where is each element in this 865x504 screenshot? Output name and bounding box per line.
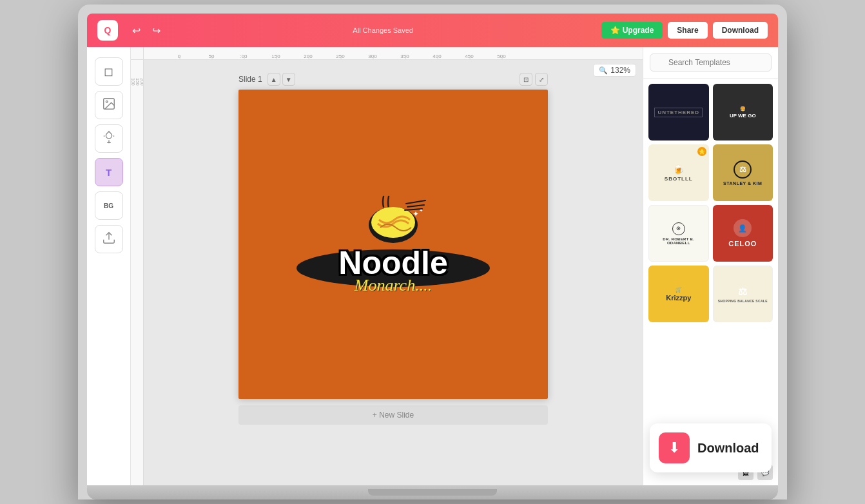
template-card-inner: 🍔 UP WE GO bbox=[713, 84, 773, 141]
text-icon: T bbox=[106, 167, 112, 178]
slide-nav: ▲ ▼ bbox=[267, 73, 295, 86]
ruler-left: 100 150 200 250 300 350 400 bbox=[131, 60, 144, 485]
undo-button[interactable]: ↩ bbox=[128, 22, 144, 39]
tool-background[interactable]: BG bbox=[95, 191, 123, 220]
background-icon: BG bbox=[104, 202, 113, 209]
elements-icon bbox=[102, 130, 116, 148]
app-logo[interactable]: Q bbox=[97, 20, 118, 41]
search-input[interactable] bbox=[650, 53, 772, 72]
ruler-mark: 450 bbox=[453, 53, 485, 59]
slide-copy-button[interactable]: ⊡ bbox=[520, 73, 532, 86]
template-card-inner: ⚖ SHOPPING BALANCE SCALE bbox=[714, 266, 773, 322]
tool-image[interactable] bbox=[95, 91, 123, 119]
tool-text[interactable]: T bbox=[95, 158, 123, 186]
canvas-slide[interactable]: ✦ ✦ Noodle Mon bbox=[238, 90, 548, 399]
left-toolbar: ◻ bbox=[87, 47, 131, 485]
template-card-inner: 👤 CELOO bbox=[713, 205, 773, 262]
tool-elements[interactable] bbox=[95, 124, 123, 153]
template-card[interactable]: ⚖ STANLEY & KIM bbox=[713, 144, 773, 201]
slide-header: Slide 1 ▲ ▼ ⊡ ⤢ bbox=[238, 73, 548, 86]
download-icon: ⬇ bbox=[668, 440, 680, 456]
topbar-right: ⭐ Upgrade Share Download bbox=[601, 22, 768, 39]
tool-select[interactable]: ◻ bbox=[95, 57, 123, 86]
logo-sub-text: Monarch.... bbox=[338, 276, 447, 295]
ruler-mark: :00 bbox=[228, 53, 260, 59]
ruler-mark: 150 bbox=[260, 53, 292, 59]
ruler-mark: 400 bbox=[421, 53, 453, 59]
ruler-corner bbox=[131, 47, 144, 60]
slide-next-button[interactable]: ▼ bbox=[282, 73, 295, 86]
ruler-mark: 250 bbox=[324, 53, 356, 59]
laptop-notch bbox=[368, 489, 497, 496]
template-card[interactable]: 👤 CELOO bbox=[713, 205, 773, 262]
new-slide-button[interactable]: + New Slide bbox=[238, 405, 548, 425]
star-badge: ⭐ bbox=[697, 147, 706, 156]
download-popup: ⬇ Download bbox=[650, 423, 772, 472]
upgrade-button[interactable]: ⭐ Upgrade bbox=[601, 22, 663, 39]
ruler-mark: 350 bbox=[389, 53, 421, 59]
share-button[interactable]: Share bbox=[668, 22, 707, 39]
template-card-inner: UNTETHERED bbox=[648, 84, 709, 141]
select-icon: ◻ bbox=[104, 64, 113, 79]
main-area: ◻ bbox=[87, 47, 778, 485]
topbar: Q ↩ ↪ All Changes Saved ⭐ Upgrade Share … bbox=[87, 14, 778, 47]
topbar-center: All Changes Saved bbox=[170, 26, 596, 34]
canvas-with-ruler: 100 150 200 250 300 350 400 S bbox=[131, 60, 643, 485]
template-card-inner: ⊙ DR. ROBERT B. ODANBELL bbox=[649, 206, 708, 261]
search-templates-area: 🔍 bbox=[643, 47, 778, 79]
template-card[interactable]: 🍔 UP WE GO bbox=[713, 84, 773, 141]
canvas-section: 0 50 :00 150 200 250 300 350 400 450 500 bbox=[131, 47, 643, 485]
undo-redo-group: ↩ ↪ bbox=[128, 22, 164, 39]
slide-label: Slide 1 bbox=[238, 75, 262, 84]
svg-point-1 bbox=[106, 101, 108, 102]
template-card-inner: 🛒 Krizzpy bbox=[648, 266, 709, 322]
template-card-inner: ⚖ STANLEY & KIM bbox=[713, 144, 773, 201]
template-card[interactable]: 🍺 SBOTLLL ⭐ bbox=[648, 144, 709, 201]
template-card[interactable]: ⚖ SHOPPING BALANCE SCALE bbox=[713, 266, 773, 322]
ruler-left-mark: 150 bbox=[135, 66, 140, 97]
save-status: All Changes Saved bbox=[353, 26, 413, 34]
ruler-mark: 300 bbox=[356, 53, 389, 59]
download-top-button[interactable]: Download bbox=[713, 22, 768, 39]
right-panel: 🔍 UNTETHERED 🍔 bbox=[643, 47, 778, 485]
template-card[interactable]: ⊙ DR. ROBERT B. ODANBELL bbox=[648, 205, 709, 262]
canvas-container: Slide 1 ▲ ▼ ⊡ ⤢ bbox=[144, 60, 643, 485]
download-icon-button[interactable]: ⬇ bbox=[659, 432, 690, 463]
ruler-mark: 500 bbox=[485, 53, 518, 59]
zoom-indicator[interactable]: 🔍 132% bbox=[593, 64, 636, 77]
tool-upload[interactable] bbox=[95, 225, 123, 253]
search-wrapper: 🔍 bbox=[650, 53, 772, 72]
template-card[interactable]: 🛒 Krizzpy bbox=[648, 266, 709, 322]
svg-text:✦: ✦ bbox=[413, 209, 419, 218]
download-label: Download bbox=[697, 441, 759, 456]
zoom-level: 132% bbox=[610, 66, 630, 75]
zoom-icon: 🔍 bbox=[599, 66, 608, 75]
bowl-icon: ✦ ✦ bbox=[348, 194, 438, 252]
redo-button[interactable]: ↪ bbox=[148, 22, 164, 39]
slide-expand-button[interactable]: ⤢ bbox=[535, 73, 548, 86]
ruler-top: 0 50 :00 150 200 250 300 350 400 450 500 bbox=[144, 47, 643, 60]
template-card[interactable]: UNTETHERED bbox=[648, 84, 709, 141]
ruler-left-mark: 100 bbox=[131, 66, 135, 97]
upload-icon bbox=[102, 231, 116, 248]
slide-prev-button[interactable]: ▲ bbox=[267, 73, 280, 86]
ruler-mark: 0 bbox=[163, 53, 195, 59]
ruler-mark: 200 bbox=[292, 53, 324, 59]
image-icon bbox=[102, 97, 116, 114]
ruler-mark: 50 bbox=[195, 53, 228, 59]
